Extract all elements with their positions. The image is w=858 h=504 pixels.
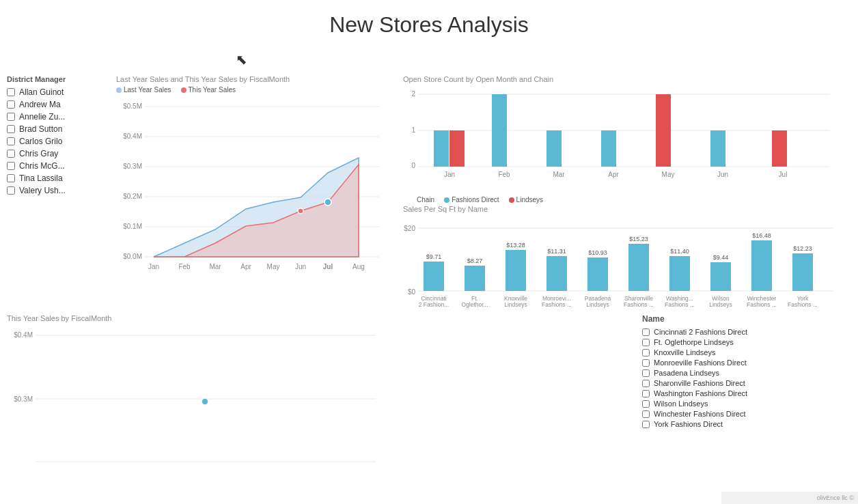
svg-text:Jan: Jan: [148, 263, 159, 270]
svg-text:$11.31: $11.31: [547, 248, 566, 255]
bottom-left-chart-title: This Year Sales by FiscalMonth: [7, 314, 389, 322]
open-store-count-chart: Open Store Count by Open Month and Chain…: [403, 75, 847, 198]
sidebar-item-label: Valery Ush...: [19, 186, 66, 195]
svg-text:$0.2M: $0.2M: [123, 193, 142, 200]
sidebar-item-label: Annelie Zu...: [19, 112, 65, 122]
name-list-checkbox[interactable]: [642, 369, 650, 377]
sidebar-item[interactable]: Valery Ush...: [7, 186, 113, 195]
sidebar: District Manager Allan GuinotAndrew MaAn…: [7, 75, 113, 198]
name-list-label: Sharonville Fashions Direct: [654, 379, 745, 387]
svg-text:Fashions ...: Fashions ...: [788, 301, 818, 308]
svg-text:May: May: [267, 263, 280, 270]
chain-label: Chain: [417, 196, 434, 204]
top-left-svg: $0.5M $0.4M $0.3M $0.2M $0.1M $0.0M: [116, 96, 383, 281]
name-list-label: Washington Fashions Direct: [654, 389, 747, 397]
svg-rect-59: [628, 244, 649, 291]
legend-lindseys: Lindseys: [509, 196, 543, 204]
name-list-checkbox[interactable]: [642, 400, 650, 408]
svg-text:Lindseys: Lindseys: [709, 301, 732, 308]
name-list-label: Winchester Fashions Direct: [654, 410, 746, 418]
last-year-this-year-chart: Last Year Sales and This Year Sales by F…: [116, 75, 389, 300]
sidebar-checkbox[interactable]: [7, 88, 15, 96]
svg-text:$0.3M: $0.3M: [14, 395, 33, 403]
svg-text:$10.93: $10.93: [588, 249, 607, 256]
top-right-chart-title: Open Store Count by Open Month and Chain: [403, 75, 847, 83]
svg-rect-57: [587, 257, 608, 291]
svg-text:$11.40: $11.40: [670, 248, 689, 255]
svg-rect-32: [492, 94, 507, 167]
sidebar-item[interactable]: Tina Lassila: [7, 173, 113, 183]
bottom-left-svg: $0.4M $0.3M Jul: [7, 325, 383, 468]
name-list-checkbox[interactable]: [642, 380, 650, 387]
sidebar-checkbox[interactable]: [7, 174, 15, 182]
svg-text:$16.48: $16.48: [752, 232, 771, 239]
svg-rect-51: [465, 266, 485, 291]
sidebar-item[interactable]: Brad Sutton: [7, 124, 113, 134]
sidebar-item-label: Allan Guinot: [19, 87, 64, 97]
sidebar-checkbox[interactable]: [7, 137, 15, 145]
name-list-checkbox[interactable]: [642, 421, 650, 428]
svg-rect-53: [506, 250, 526, 291]
svg-text:Oglethor...: Oglethor...: [461, 301, 488, 308]
svg-text:Jun: Jun: [717, 171, 728, 178]
sidebar-item[interactable]: Andrew Ma: [7, 100, 113, 109]
svg-text:May: May: [662, 171, 675, 178]
name-list-item[interactable]: Pasadena Lindseys: [642, 369, 847, 377]
top-right-svg: 2 1 0 Jan Feb Mar Apr M: [403, 86, 840, 192]
name-list-title: Name: [642, 314, 847, 324]
name-list-checkbox[interactable]: [642, 328, 650, 336]
sidebar-item-label: Chris McG...: [19, 161, 65, 171]
svg-text:Lindseys: Lindseys: [504, 301, 527, 308]
sidebar-checkbox[interactable]: [7, 162, 15, 170]
name-list-item[interactable]: York Fashions Direct: [642, 420, 847, 428]
svg-text:Lindseys: Lindseys: [586, 301, 609, 308]
name-list-checkbox[interactable]: [642, 410, 650, 418]
name-list-item[interactable]: Winchester Fashions Direct: [642, 410, 847, 418]
sidebar-checkbox[interactable]: [7, 100, 15, 109]
svg-rect-65: [751, 240, 772, 291]
svg-text:$0: $0: [408, 288, 416, 296]
svg-text:Jul: Jul: [323, 263, 333, 270]
name-list-checkbox[interactable]: [642, 390, 650, 397]
svg-rect-63: [710, 262, 731, 291]
svg-text:$0.3M: $0.3M: [123, 163, 142, 170]
svg-text:$0.0M: $0.0M: [123, 253, 142, 260]
footer-text: olivEnce llc ©: [817, 494, 854, 501]
name-list-label: Knoxville Lindseys: [654, 348, 716, 356]
name-list-checkbox[interactable]: [642, 349, 650, 356]
sidebar-item[interactable]: Chris Gray: [7, 149, 113, 158]
svg-text:Fashions ...: Fashions ...: [665, 301, 695, 308]
svg-text:$9.71: $9.71: [426, 253, 442, 260]
sidebar-item[interactable]: Chris McG...: [7, 161, 113, 171]
svg-text:$15.23: $15.23: [629, 236, 648, 242]
sidebar-checkbox[interactable]: [7, 125, 15, 133]
svg-rect-37: [772, 130, 787, 167]
sidebar-item[interactable]: Carlos Grilo: [7, 137, 113, 146]
sidebar-checkbox[interactable]: [7, 113, 15, 121]
name-list-checkbox[interactable]: [642, 359, 650, 367]
svg-point-15: [298, 208, 303, 214]
svg-text:$0.1M: $0.1M: [123, 223, 142, 230]
name-list-item[interactable]: Sharonville Fashions Direct: [642, 379, 847, 387]
name-list-item[interactable]: Monroeville Fashions Direct: [642, 359, 847, 367]
name-list-item[interactable]: Washington Fashions Direct: [642, 389, 847, 397]
svg-rect-31: [449, 130, 465, 167]
sidebar-item-label: Andrew Ma: [19, 100, 61, 109]
name-list-item[interactable]: Cincinnati 2 Fashions Direct: [642, 328, 847, 336]
svg-text:Fashions ...: Fashions ...: [542, 301, 572, 308]
sidebar-item-label: Carlos Grilo: [19, 137, 62, 146]
sidebar-checkbox[interactable]: [7, 186, 15, 195]
svg-text:Mar: Mar: [553, 171, 565, 178]
sidebar-checkbox[interactable]: [7, 150, 15, 158]
name-list-item[interactable]: Wilson Lindseys: [642, 400, 847, 408]
svg-text:$12.23: $12.23: [793, 245, 812, 252]
name-list-label: Monroeville Fashions Direct: [654, 359, 747, 367]
sidebar-item[interactable]: Annelie Zu...: [7, 112, 113, 122]
svg-text:Jan: Jan: [444, 171, 455, 178]
sidebar-item[interactable]: Allan Guinot: [7, 87, 113, 97]
name-list-item[interactable]: Ft. Oglethorpe Lindseys: [642, 338, 847, 346]
sidebar-item-label: Chris Gray: [19, 149, 58, 158]
name-list-checkbox[interactable]: [642, 339, 650, 346]
name-list-item[interactable]: Knoxville Lindseys: [642, 348, 847, 356]
name-list-panel: Name Cincinnati 2 Fashions DirectFt. Ogl…: [642, 314, 847, 478]
